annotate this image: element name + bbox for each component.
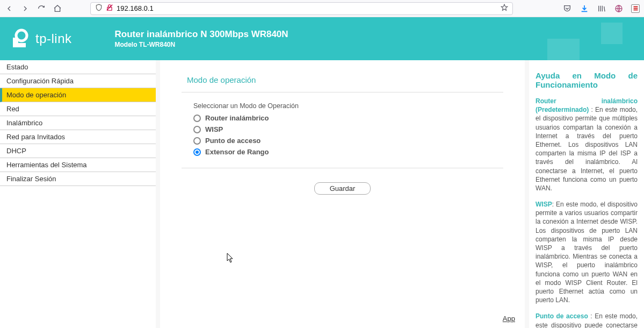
main-content: Modo de operación Seleccionar un Modo de… [160, 60, 525, 328]
radio-label: Router inalámbrico [205, 114, 269, 122]
tplink-logo-icon [10, 28, 31, 49]
reload-button[interactable] [37, 4, 46, 13]
help-paragraph: Punto de acceso : En este modo, este dis… [536, 312, 638, 328]
radio-label: Extensor de Rango [205, 148, 269, 156]
separator [182, 92, 503, 92]
insecure-lock-icon [106, 4, 113, 13]
section-title: Modo de operación [182, 75, 503, 84]
sidebar-item[interactable]: Estado [0, 60, 156, 74]
brand-name: tp-link [35, 31, 72, 46]
toolbar-right: ☰ [562, 4, 640, 13]
sidebar-item[interactable]: Finalizar Sesión [0, 172, 156, 186]
sidebar-item[interactable]: Herramientas del Sistema [0, 158, 156, 172]
pocket-icon[interactable] [562, 4, 572, 13]
radio-icon [193, 126, 201, 133]
sidebar: EstadoConfiguración RápidaModo de operac… [0, 60, 156, 328]
help-paragraph: WISP: En este modo, el dispositivo permi… [536, 200, 638, 304]
extension-globe-icon[interactable] [614, 4, 624, 13]
operation-mode-radio[interactable]: Extensor de Rango [193, 148, 503, 156]
operation-mode-radio[interactable]: Router inalámbrico [193, 114, 503, 122]
shield-icon [95, 4, 103, 13]
radio-icon [193, 137, 201, 145]
downloads-icon[interactable] [580, 4, 589, 13]
header-titles: Router inalámbrico N 300Mbps WR840N Mode… [115, 29, 288, 48]
forward-button[interactable] [20, 4, 30, 13]
select-mode-label: Seleccionar un Modo de Operación [193, 102, 503, 110]
model-title: Modelo TL-WR840N [115, 41, 288, 48]
browser-toolbar: ☰ [0, 0, 644, 17]
product-title: Router inalámbrico N 300Mbps WR840N [115, 29, 288, 40]
radio-icon [193, 115, 201, 122]
sidebar-item[interactable]: DHCP [0, 144, 156, 158]
router-header: tp-link Router inalámbrico N 300Mbps WR8… [0, 17, 644, 60]
bookmark-star-icon[interactable] [501, 4, 508, 13]
library-icon[interactable] [597, 4, 606, 13]
separator [182, 168, 503, 168]
save-button[interactable]: Guardar [314, 182, 371, 195]
sidebar-item[interactable]: Inalámbrico [0, 116, 156, 130]
brand-logo: tp-link [10, 28, 72, 49]
extension-shield-icon[interactable]: ☰ [631, 4, 640, 13]
help-title: Ayuda en Modo de Funcionamiento [536, 71, 638, 89]
sidebar-item[interactable]: Red [0, 102, 156, 116]
url-input[interactable] [117, 4, 497, 12]
radio-label: WISP [205, 125, 223, 133]
radio-icon [193, 148, 201, 156]
help-paragraph: Router inalámbrico (Predeterminado) : En… [536, 97, 638, 192]
help-panel: Ayuda en Modo de Funcionamiento Router i… [529, 60, 644, 328]
back-button[interactable] [4, 4, 14, 13]
header-decoration [526, 17, 644, 60]
sidebar-item[interactable]: Red para Invitados [0, 130, 156, 144]
address-bar[interactable] [90, 2, 513, 15]
app-link[interactable]: App [503, 315, 515, 323]
sidebar-item[interactable]: Modo de operación [0, 88, 156, 102]
home-button[interactable] [53, 4, 62, 13]
svg-rect-5 [17, 43, 26, 47]
radio-label: Punto de acceso [205, 137, 261, 145]
operation-mode-radio[interactable]: WISP [193, 125, 503, 133]
operation-mode-radio[interactable]: Punto de acceso [193, 137, 503, 145]
sidebar-item[interactable]: Configuración Rápida [0, 74, 156, 88]
